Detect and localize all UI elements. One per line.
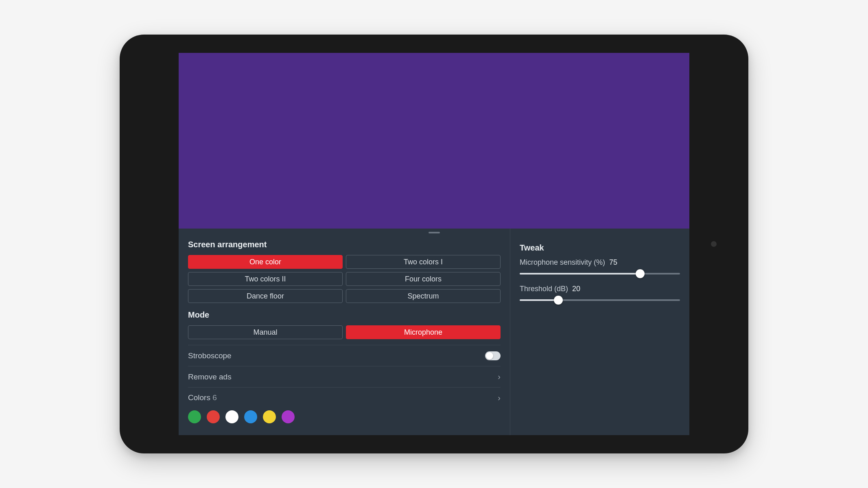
stroboscope-toggle[interactable] [485,351,501,360]
drag-handle[interactable] [429,232,440,233]
chevron-right-icon: › [498,372,501,381]
color-swatch[interactable] [207,410,220,423]
screen-arrangement-grid: One colorTwo colors ITwo colors IIFour c… [188,255,501,303]
arrangement-option-button[interactable]: Dance floor [188,289,343,303]
arrangement-option-button[interactable]: Four colors [346,272,501,286]
color-swatch[interactable] [225,410,238,423]
remove-ads-row[interactable]: Remove ads › [188,366,501,387]
threshold-label: Threshold (dB) 20 [520,285,680,293]
color-swatch[interactable] [244,410,257,423]
chevron-right-icon: › [498,393,501,403]
color-swatch[interactable] [282,410,295,423]
arrangement-option-button[interactable]: Spectrum [346,289,501,303]
settings-panel: Screen arrangement One colorTwo colors I… [179,229,689,435]
mic-sensitivity-slider[interactable] [520,267,680,281]
right-column: Tweak Microphone sensitivity (%) 75 Thre… [510,229,689,435]
arrangement-option-button[interactable]: Two colors I [346,255,501,269]
color-swatch[interactable] [263,410,276,423]
colors-count: 6 [212,393,217,402]
stroboscope-label: Stroboscope [188,351,232,360]
arrangement-option-button[interactable]: Two colors II [188,272,343,286]
threshold-value: 20 [572,285,580,293]
screen: Screen arrangement One colorTwo colors I… [179,53,689,435]
mode-title: Mode [188,310,501,320]
mode-option-button[interactable]: Microphone [346,325,501,339]
mode-option-button[interactable]: Manual [188,325,343,339]
threshold-slider[interactable] [520,293,680,307]
tablet-frame: Screen arrangement One colorTwo colors I… [120,35,748,453]
colors-row[interactable]: Colors 6 › [188,388,501,408]
left-column: Screen arrangement One colorTwo colors I… [179,229,510,435]
color-swatch[interactable] [188,410,201,423]
colors-label: Colors [188,393,210,402]
color-preview[interactable] [179,53,689,229]
stroboscope-row[interactable]: Stroboscope [188,345,501,366]
tweak-title: Tweak [520,243,680,253]
color-swatches [188,408,501,423]
mode-grid: ManualMicrophone [188,325,501,339]
screen-arrangement-title: Screen arrangement [188,240,501,249]
arrangement-option-button[interactable]: One color [188,255,343,269]
mic-sensitivity-value: 75 [609,258,617,267]
remove-ads-label: Remove ads [188,373,232,381]
colors-section: Colors 6 › [188,387,501,423]
mic-sensitivity-label: Microphone sensitivity (%) 75 [520,258,680,267]
